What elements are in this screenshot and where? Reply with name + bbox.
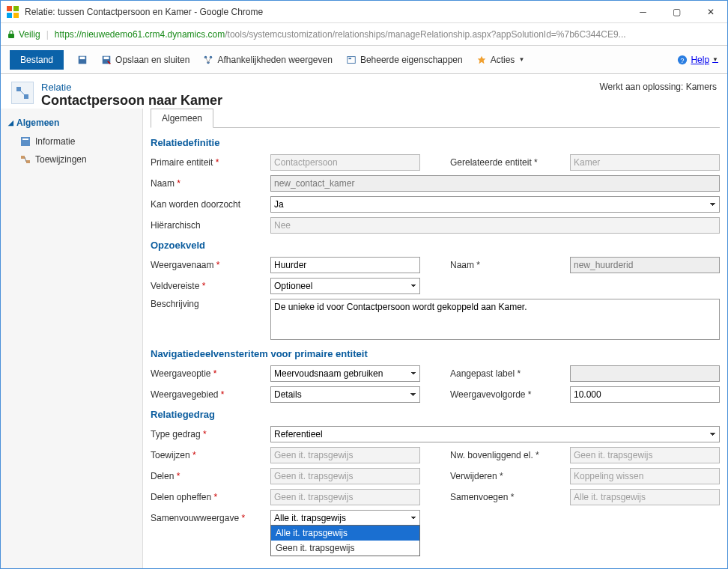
svg-text:?: ? <box>681 56 685 64</box>
svg-rect-0 <box>7 6 12 11</box>
name-input <box>270 175 720 192</box>
sidebar-item-mappings[interactable]: Toewijzingen <box>1 150 142 168</box>
command-toolbar: Bestand Opslaan en sluiten Afhankelijkhe… <box>1 46 727 74</box>
svg-line-20 <box>21 91 24 94</box>
section-lookup-field: Opzoekveld <box>151 240 720 251</box>
name-label: Naam * <box>151 178 263 189</box>
rollupview-select[interactable]: Alle it. trapsgewijs <box>270 510 420 526</box>
help-label: Help <box>691 55 709 65</box>
displayarea-select[interactable]: Details <box>270 386 420 403</box>
minimize-button[interactable]: ─ <box>626 1 660 23</box>
searchable-label: Kan worden doorzocht <box>151 199 263 210</box>
actions-icon <box>476 55 487 65</box>
sidebar-general-header[interactable]: ◢Algemeen <box>1 113 142 133</box>
chrome-logo-icon <box>7 6 19 18</box>
maximize-button[interactable]: ▢ <box>660 1 694 23</box>
managed-properties-button[interactable]: Beheerde eigenschappen <box>346 55 463 65</box>
svg-rect-14 <box>348 58 351 59</box>
secure-label: Veilig <box>19 29 40 40</box>
managed-props-icon <box>346 55 357 65</box>
dependencies-icon <box>203 55 213 65</box>
dropdown-option-none-cascade[interactable]: Geen it. trapsgewijs <box>271 541 419 556</box>
searchable-select[interactable]: Ja <box>270 196 720 213</box>
delete-label: Verwijderen * <box>450 471 562 481</box>
actions-menu-button[interactable]: Acties ▼ <box>476 55 525 65</box>
file-menu-button[interactable]: Bestand <box>10 50 64 70</box>
header-relation-label: Relatie <box>41 82 222 93</box>
sidebar-info-label: Informatie <box>35 136 75 147</box>
svg-rect-22 <box>22 139 28 140</box>
displayorder-label: Weergavevolgorde * <box>450 389 562 400</box>
displayorder-input[interactable] <box>570 386 720 403</box>
chevron-down-icon: ▼ <box>518 56 524 63</box>
dependencies-label: Afhankelijkheden weergeven <box>217 55 332 65</box>
behaviortype-label: Type gedrag * <box>151 429 263 439</box>
unshare-select: Geen it. trapsgewijs <box>270 489 420 505</box>
svg-rect-6 <box>80 56 85 59</box>
show-dependencies-button[interactable]: Afhankelijkheden weergeven <box>203 55 332 65</box>
assign-select: Geen it. trapsgewijs <box>270 447 420 463</box>
assign-label: Toewijzen * <box>151 450 263 460</box>
save-icon <box>77 55 88 65</box>
svg-rect-21 <box>21 137 30 146</box>
customlabel-label: Aangepast label * <box>450 368 562 379</box>
save-close-label: Opslaan en sluiten <box>115 55 189 65</box>
save-and-close-button[interactable]: Opslaan en sluiten <box>101 55 189 65</box>
svg-rect-19 <box>24 94 28 99</box>
dropdown-option-all-cascade[interactable]: Alle it. trapsgewijs <box>271 526 419 541</box>
primary-entity-label: Primaire entiteit * <box>151 157 263 168</box>
header-relation-name: Contactpersoon naar Kamer <box>41 93 222 109</box>
fieldreq-select[interactable]: Optioneel <box>270 278 420 294</box>
hierarchical-select: Nee <box>270 217 720 234</box>
svg-marker-15 <box>477 55 485 64</box>
merge-select: Alle it. trapsgewijs <box>570 489 720 505</box>
svg-line-25 <box>25 157 26 162</box>
working-on-solution: Werkt aan oplossing: Kamers <box>599 82 717 92</box>
help-icon: ? <box>677 55 688 65</box>
managed-props-label: Beheerde eigenschappen <box>360 55 463 65</box>
svg-rect-18 <box>16 87 21 91</box>
window-title: Relatie: tussen Contactpersoon en Kamer … <box>25 7 626 17</box>
save-close-icon <box>101 55 112 65</box>
sidebar: ◢Algemeen Informatie Toewijzingen <box>1 109 143 569</box>
actions-label: Acties <box>491 55 515 65</box>
related-entity-select: Kamer <box>570 154 720 171</box>
section-navpane: Navigatiedeelvensteritem voor primaire e… <box>151 348 720 359</box>
svg-rect-8 <box>104 56 109 59</box>
rollupview-dropdown-list[interactable]: Alle it. trapsgewijs Geen it. trapsgewij… <box>270 525 420 556</box>
chevron-down-icon: ▼ <box>712 56 718 63</box>
customlabel-input <box>570 365 720 382</box>
mappings-icon <box>20 154 31 165</box>
tab-strip: Algemeen <box>151 109 720 128</box>
delete-select: Koppeling wissen <box>570 468 720 484</box>
share-label: Delen * <box>151 471 263 481</box>
reparent-select: Geen it. trapsgewijs <box>570 447 720 463</box>
info-icon <box>20 136 31 147</box>
window-titlebar: Relatie: tussen Contactpersoon en Kamer … <box>1 1 727 23</box>
sidebar-item-information[interactable]: Informatie <box>1 133 142 150</box>
lock-icon <box>7 30 16 39</box>
sidebar-mappings-label: Toewijzingen <box>35 154 87 165</box>
hierarchical-label: Hiërarchisch <box>151 220 263 231</box>
description-label: Beschrijving <box>151 299 263 309</box>
merge-label: Samenvoegen * <box>450 492 562 502</box>
primary-entity-select: Contactpersoon <box>270 154 420 171</box>
close-button[interactable]: ✕ <box>694 1 727 23</box>
section-relation-behavior: Relatiegedrag <box>151 409 720 420</box>
url-display[interactable]: https://nieuwedemo61.crm4.dynamics.com/t… <box>55 29 721 40</box>
help-button[interactable]: ? Help ▼ <box>677 55 718 65</box>
save-icon-button[interactable] <box>77 55 88 65</box>
fieldreq-label: Veldvereiste * <box>151 281 263 291</box>
svg-rect-4 <box>8 34 14 38</box>
lookup-name-input <box>570 257 720 273</box>
behaviortype-select[interactable]: Referentieel <box>270 426 720 442</box>
share-select: Geen it. trapsgewijs <box>270 468 420 484</box>
displayname-label: Weergavenaam * <box>151 260 263 270</box>
description-textarea[interactable] <box>270 299 720 340</box>
section-relation-definition: Relatiedefinitie <box>151 137 720 148</box>
tab-general[interactable]: Algemeen <box>151 109 213 128</box>
page-header: Relatie Contactpersoon naar Kamer Werkt … <box>1 74 727 109</box>
displayoption-select[interactable]: Meervoudsnaam gebruiken <box>270 365 420 382</box>
svg-rect-3 <box>13 13 19 18</box>
displayname-input[interactable] <box>270 257 420 273</box>
